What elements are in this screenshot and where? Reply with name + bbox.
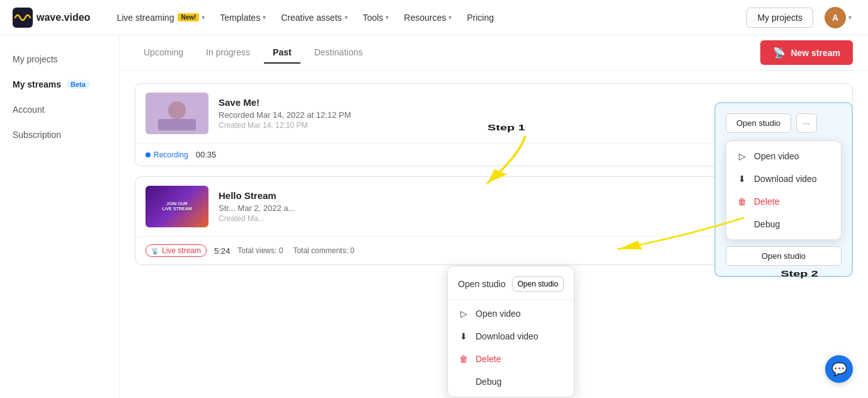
trash-icon: 🗑	[458, 354, 469, 364]
right-open-studio-bottom-btn[interactable]: Open studio	[726, 246, 842, 266]
live-badge: 📡 Live stream	[146, 244, 207, 257]
stream-created-2: Created Ma...	[219, 214, 742, 223]
stream-meta-2: Str... Mar 2, 2022 a...	[219, 203, 742, 213]
stream-stats: Total views: 0 Total comments: 0	[237, 246, 354, 255]
menu-delete-1[interactable]: 🗑 Delete	[448, 348, 574, 370]
tab-in-progress[interactable]: In progress	[197, 42, 259, 64]
open-studio-dropdown-btn[interactable]: Open studio Open studio	[448, 270, 574, 300]
tabs-bar: Upcoming In progress Past Destinations 📡…	[120, 35, 868, 71]
chevron-icon: ▾	[202, 14, 205, 21]
stream-created: Created Mar 14, 12:10 PM	[219, 121, 741, 130]
svg-point-2	[168, 101, 186, 119]
sidebar-item-my-projects[interactable]: My projects	[0, 48, 119, 71]
stream-recorded-label: Recorded Mar 14, 2022 at 12:12 PM	[219, 110, 741, 120]
tab-past[interactable]: Past	[264, 42, 300, 64]
stream-title-2: Hello Stream	[219, 190, 742, 201]
chevron-icon: ▾	[263, 14, 266, 21]
logo[interactable]: wave.video	[13, 8, 90, 28]
chevron-icon: ▾	[385, 14, 389, 21]
stream-duration: 00:35	[196, 150, 217, 159]
svg-rect-3	[158, 119, 196, 130]
sidebar-item-account[interactable]: Account	[0, 98, 119, 121]
sidebar: My projects My streams Beta Account Subs…	[0, 35, 120, 398]
nav-tools[interactable]: Tools ▾	[357, 9, 396, 26]
menu-open-video-1[interactable]: ▷ Open video	[448, 302, 574, 325]
right-menu-download-video[interactable]: ⬇ Download video	[726, 168, 841, 190]
recording-dot	[146, 152, 151, 157]
streams-content: Save Me! Recorded Mar 14, 2022 at 12:12 …	[120, 71, 868, 288]
main-nav: Live streaming New! ▾ Templates ▾ Creati…	[110, 9, 746, 26]
tab-upcoming[interactable]: Upcoming	[135, 42, 192, 64]
nav-resources[interactable]: Resources ▾	[397, 9, 458, 26]
play-icon: ▷	[736, 151, 748, 161]
stream-info-2: Hello Stream Str... Mar 2, 2022 a... Cre…	[219, 190, 742, 223]
chat-button[interactable]: 💬	[825, 355, 853, 383]
chevron-down-icon: ▾	[848, 14, 852, 21]
tab-destinations[interactable]: Destinations	[306, 42, 372, 64]
sidebar-item-subscription[interactable]: Subscription	[0, 123, 119, 146]
download-icon: ⬇	[736, 174, 748, 184]
right-open-studio-btn[interactable]: Open studio	[726, 113, 791, 133]
nav-templates[interactable]: Templates ▾	[214, 9, 272, 26]
recording-badge: Recording	[146, 151, 188, 159]
nav-creative-assets[interactable]: Creative assets ▾	[275, 9, 353, 26]
header-right: My projects A ▾	[746, 6, 855, 30]
right-menu-open-video[interactable]: ▷ Open video	[726, 145, 841, 168]
chevron-icon: ▾	[448, 14, 452, 21]
right-dropdown-menu: ▷ Open video ⬇ Download video 🗑 Delete D…	[726, 140, 842, 240]
right-menu-delete[interactable]: 🗑 Delete	[726, 190, 841, 213]
beta-badge: Beta	[66, 80, 90, 89]
trash-icon: 🗑	[736, 196, 748, 207]
stream-thumbnail-2: JOIN OURLIVE STREAM	[146, 186, 208, 227]
sidebar-item-my-streams[interactable]: My streams Beta	[0, 73, 119, 96]
new-badge: New!	[178, 13, 199, 21]
app-layout: My projects My streams Beta Account Subs…	[0, 35, 868, 398]
nav-live-streaming[interactable]: Live streaming New! ▾	[110, 9, 211, 26]
menu-debug-1[interactable]: Debug	[448, 370, 574, 393]
avatar: A	[825, 7, 846, 28]
stream-thumbnail	[146, 93, 208, 134]
stream-info: Save Me! Recorded Mar 14, 2022 at 12:12 …	[219, 97, 741, 130]
stream-duration-2: 5:24	[214, 246, 230, 256]
my-projects-button[interactable]: My projects	[746, 8, 813, 28]
user-avatar-button[interactable]: A ▾	[821, 6, 855, 30]
open-studio-small-btn[interactable]: Open studio	[512, 276, 564, 292]
chat-icon: 💬	[831, 361, 847, 377]
nav-pricing[interactable]: Pricing	[460, 9, 500, 26]
header: wave.video Live streaming New! ▾ Templat…	[0, 0, 868, 35]
main-content: Upcoming In progress Past Destinations 📡…	[120, 35, 868, 398]
right-menu-debug[interactable]: Debug	[726, 213, 841, 236]
play-icon: ▷	[458, 309, 469, 319]
context-menu-1: Open studio Open studio ▷ Open video ⬇ D…	[447, 266, 574, 397]
download-icon: ⬇	[458, 331, 469, 341]
right-more-btn[interactable]: ···	[796, 113, 817, 133]
logo-text: wave.video	[37, 12, 90, 23]
broadcast-icon: 📡	[773, 47, 785, 59]
stream-title: Save Me!	[219, 97, 741, 108]
chevron-icon: ▾	[345, 14, 348, 21]
right-demo-panel: Open studio ··· ▷ Open video ⬇ Download …	[714, 102, 853, 277]
wave-video-logo-icon	[13, 8, 33, 28]
new-stream-button[interactable]: 📡 New stream	[760, 40, 853, 65]
menu-download-video-1[interactable]: ⬇ Download video	[448, 325, 574, 348]
